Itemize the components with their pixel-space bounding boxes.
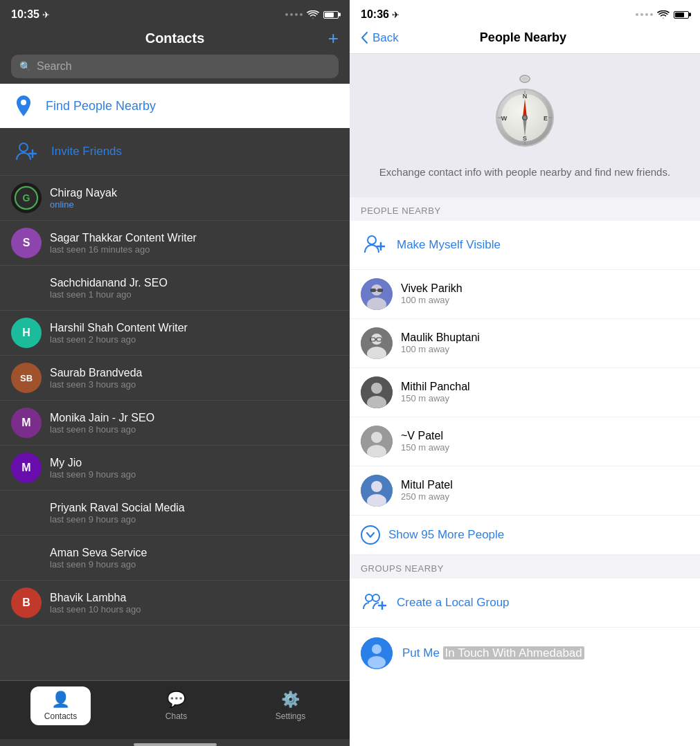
contacts-tab-label: Contacts — [44, 711, 77, 721]
contact-status: last seen 16 minutes ago — [50, 244, 197, 255]
list-item[interactable]: Mithil Panchal 150 m away — [350, 368, 700, 417]
make-visible-icon — [361, 230, 387, 260]
groups-list: Create a Local Group Put Me In Touch Wit… — [350, 579, 700, 747]
tab-settings[interactable]: ⚙️ Settings — [262, 686, 319, 725]
tab-bar: 👤 Contacts 💬 Chats ⚙️ Settings — [0, 680, 350, 739]
show-more-chevron-icon — [361, 525, 380, 545]
contact-status: last seen 3 hours ago — [50, 379, 142, 390]
person-name: Mitul Patel — [401, 479, 453, 491]
person-distance: 100 m away — [401, 295, 463, 305]
contact-info: My Jio last seen 9 hours ago — [50, 457, 136, 480]
invite-friends-row[interactable]: Invite Friends — [0, 128, 350, 176]
list-item[interactable]: Mitul Patel 250 m away — [350, 466, 700, 516]
list-item[interactable]: B Bhavik Lambha last seen 10 hours ago — [0, 581, 350, 626]
svg-point-54 — [368, 656, 386, 668]
svg-point-8 — [521, 77, 528, 82]
battery-icon-left — [323, 11, 339, 19]
list-item[interactable]: Aman Seva Service last seen 9 hours ago — [0, 536, 350, 581]
list-item[interactable]: Sachchidanand Jr. SEO last seen 1 hour a… — [0, 266, 350, 311]
contact-info: Sagar Thakkar Content Writer last seen 1… — [50, 232, 197, 255]
svg-point-48 — [366, 594, 373, 601]
signal-dots-left — [285, 13, 303, 16]
avatar — [11, 498, 42, 528]
settings-tab-label: Settings — [276, 711, 305, 721]
location-pin-icon — [11, 93, 36, 118]
avatar: M — [11, 408, 42, 438]
svg-text:N: N — [523, 93, 528, 100]
add-contact-button[interactable]: + — [328, 28, 339, 49]
contact-status: last seen 9 hours ago — [50, 469, 136, 480]
list-item[interactable]: Priyank Raval Social Media last seen 9 h… — [0, 491, 350, 536]
svg-rect-31 — [377, 289, 383, 292]
people-nearby-section-title: PEOPLE NEARBY — [361, 206, 441, 216]
find-people-nearby-row[interactable]: Find People Nearby — [0, 84, 350, 128]
person-name: ~V Patel — [401, 430, 449, 442]
contact-info: Sachchidanand Jr. SEO last seen 1 hour a… — [50, 277, 168, 300]
contact-name: Harshil Shah Content Writer — [50, 322, 188, 334]
location-icon-left: ✈ — [42, 10, 50, 20]
nav-bar-right: Back People Nearby — [350, 25, 700, 54]
list-item[interactable]: M Monika Jain - Jr SEO last seen 8 hours… — [0, 401, 350, 446]
people-nearby-section-header: PEOPLE NEARBY — [350, 197, 700, 221]
list-item[interactable]: M My Jio last seen 9 hours ago — [0, 446, 350, 491]
create-group-icon — [361, 588, 387, 617]
contact-info: Harshil Shah Content Writer last seen 2 … — [50, 322, 188, 345]
status-icons-left — [285, 10, 339, 19]
contact-name: Chirag Nayak — [50, 187, 117, 199]
search-placeholder: Search — [37, 60, 72, 73]
contact-name: Saurab Brandveda — [50, 367, 142, 379]
contact-info: Saurab Brandveda last seen 3 hours ago — [50, 367, 142, 390]
back-label: Back — [373, 31, 399, 45]
person-distance: 150 m away — [401, 393, 470, 403]
search-bar[interactable]: 🔍 Search — [11, 55, 339, 78]
tab-contacts[interactable]: 👤 Contacts — [30, 686, 91, 725]
put-me-in-touch-row[interactable]: Put Me In Touch With Ahmedabad — [350, 628, 700, 679]
tab-chats[interactable]: 💬 Chats — [152, 686, 201, 725]
left-panel: 10:35 ✈ Con — [0, 0, 350, 746]
wifi-icon-right — [657, 10, 670, 19]
list-item[interactable]: G Chirag Nayak online — [0, 176, 350, 221]
contact-status: last seen 9 hours ago — [50, 559, 147, 570]
create-local-group-label: Create a Local Group — [397, 596, 510, 610]
list-item[interactable]: Vivek Parikh 100 m away — [350, 270, 700, 319]
find-people-label: Find People Nearby — [46, 99, 156, 113]
avatar — [361, 637, 393, 669]
right-panel: 10:36 ✈ — [350, 0, 700, 746]
compass-icon: N S W E — [490, 75, 559, 154]
back-button[interactable]: Back — [361, 31, 399, 45]
contact-name: Sagar Thakkar Content Writer — [50, 232, 197, 244]
svg-text:W: W — [501, 115, 508, 122]
list-item[interactable]: ~V Patel 150 m away — [350, 417, 700, 466]
put-me-label-highlight: In Touch With Ahmedabad — [443, 646, 584, 659]
svg-point-49 — [373, 594, 379, 601]
contact-info: Monika Jain - Jr SEO last seen 8 hours a… — [50, 412, 154, 435]
person-distance: 250 m away — [401, 491, 453, 502]
settings-tab-icon: ⚙️ — [281, 691, 300, 709]
show-more-people-row[interactable]: Show 95 More People — [350, 516, 700, 555]
time-right: 10:36 — [361, 8, 389, 21]
list-item[interactable]: Maulik Bhuptani 100 m away — [350, 319, 700, 368]
svg-point-23 — [523, 116, 527, 120]
list-item[interactable]: H Harshil Shah Content Writer last seen … — [0, 311, 350, 356]
avatar: S — [11, 228, 42, 258]
home-indicator-left — [134, 743, 217, 746]
contacts-tab-icon: 👤 — [51, 691, 70, 709]
svg-point-0 — [21, 100, 26, 105]
invite-icon — [11, 136, 42, 167]
create-local-group-row[interactable]: Create a Local Group — [350, 579, 700, 628]
contact-status: last seen 9 hours ago — [50, 514, 185, 525]
back-chevron-icon — [361, 32, 368, 44]
groups-nearby-section-title: GROUPS NEARBY — [361, 563, 444, 574]
person-info: Vivek Parikh 100 m away — [401, 282, 463, 305]
svg-text:E: E — [544, 115, 548, 122]
list-item[interactable]: SB Saurab Brandveda last seen 3 hours ag… — [0, 356, 350, 401]
svg-point-53 — [372, 644, 382, 654]
make-myself-visible-row[interactable]: Make Myself Visible — [350, 221, 700, 270]
svg-point-24 — [368, 236, 376, 244]
contact-info: Chirag Nayak online — [50, 187, 117, 210]
status-bar-left: 10:35 ✈ — [0, 0, 350, 25]
person-name: Maulik Bhuptani — [401, 331, 480, 344]
list-item[interactable]: S Sagar Thakkar Content Writer last seen… — [0, 221, 350, 266]
contact-status: last seen 8 hours ago — [50, 424, 154, 435]
svg-point-43 — [371, 432, 382, 443]
